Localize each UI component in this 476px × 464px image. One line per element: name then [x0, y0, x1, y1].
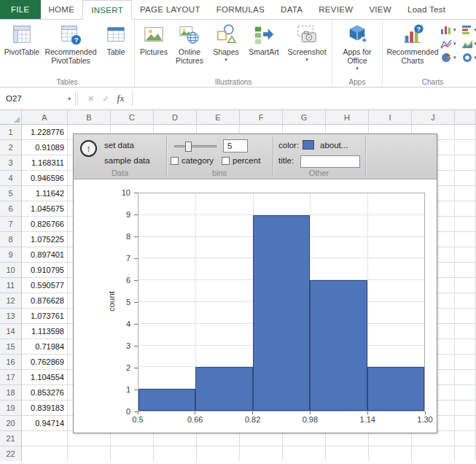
row-header-18[interactable]: 18 — [0, 385, 22, 401]
row-header-12[interactable]: 12 — [0, 293, 22, 309]
row-header-2[interactable]: 2 — [0, 140, 22, 155]
row-header-4[interactable]: 4 — [0, 171, 22, 186]
column-header-B[interactable]: B — [68, 110, 111, 124]
row-header-15[interactable]: 15 — [0, 339, 22, 355]
row-header-8[interactable]: 8 — [0, 232, 22, 247]
row-header-1[interactable]: 1 — [0, 125, 22, 140]
column-header-E[interactable]: E — [197, 110, 240, 124]
column-chart-icon[interactable] — [440, 25, 452, 35]
cell-A17[interactable]: 1.104554 — [22, 370, 68, 385]
tab-load-test[interactable]: Load Test — [399, 0, 453, 19]
cell[interactable] — [240, 431, 283, 446]
screenshot-button[interactable]: Screenshot ▾ — [284, 21, 329, 64]
sample-data-button[interactable]: sample data — [104, 156, 150, 165]
cell[interactable] — [283, 431, 326, 446]
row-header-5[interactable]: 5 — [0, 186, 22, 201]
color-swatch[interactable] — [303, 140, 314, 150]
cell[interactable] — [369, 446, 412, 461]
bins-slider[interactable] — [174, 145, 216, 147]
cell-A9[interactable]: 0.897401 — [22, 247, 68, 263]
cell-A20[interactable]: 0.94714 — [22, 416, 68, 431]
shapes-button[interactable]: Shapes ▾ — [208, 21, 243, 64]
cell[interactable] — [197, 431, 240, 446]
select-all-corner[interactable] — [0, 110, 22, 124]
row-header-16[interactable]: 16 — [0, 355, 22, 370]
row-header-10[interactable]: 10 — [0, 263, 22, 278]
cell[interactable] — [68, 431, 111, 446]
cell[interactable] — [68, 446, 111, 461]
insert-function-icon[interactable]: fx — [117, 93, 124, 104]
cell-A22[interactable] — [22, 446, 68, 461]
cell-A5[interactable]: 1.11642 — [22, 186, 68, 201]
column-header-H[interactable]: H — [326, 110, 369, 124]
title-input[interactable] — [300, 155, 360, 168]
row-header-3[interactable]: 3 — [0, 155, 22, 171]
bar-chart-icon[interactable] — [461, 25, 473, 35]
cell-A21[interactable] — [22, 431, 68, 446]
tab-home[interactable]: HOME — [41, 0, 83, 19]
row-header-7[interactable]: 7 — [0, 217, 22, 232]
cell-A18[interactable]: 0.853276 — [22, 385, 68, 401]
column-header-C[interactable]: C — [111, 110, 154, 124]
cell[interactable] — [240, 446, 283, 461]
set-data-button[interactable]: set data — [104, 141, 134, 150]
cell-A10[interactable]: 0.910795 — [22, 263, 68, 278]
cell[interactable] — [412, 431, 455, 446]
cell[interactable] — [197, 446, 240, 461]
cell[interactable] — [283, 446, 326, 461]
tab-insert[interactable]: INSERT — [82, 0, 132, 20]
row-header-20[interactable]: 20 — [0, 416, 22, 431]
tab-page-layout[interactable]: PAGE LAYOUT — [132, 0, 208, 19]
recommended-charts-button[interactable]: ? Recommended Charts — [385, 21, 440, 66]
row-header-13[interactable]: 13 — [0, 309, 22, 324]
column-header-G[interactable]: G — [283, 110, 326, 124]
cell[interactable] — [111, 446, 154, 461]
bins-count-input[interactable]: 5 — [223, 139, 248, 152]
cell[interactable] — [326, 446, 369, 461]
cell-A15[interactable]: 0.71984 — [22, 339, 68, 355]
pictures-button[interactable]: Pictures — [137, 21, 171, 58]
cell-A1[interactable]: 1.228776 — [22, 125, 68, 140]
cell-A6[interactable]: 1.045675 — [22, 201, 68, 217]
area-chart-icon[interactable] — [461, 39, 473, 49]
cell[interactable] — [111, 431, 154, 446]
cell-A11[interactable]: 0.590577 — [22, 278, 68, 293]
cell-A7[interactable]: 0.826766 — [22, 217, 68, 232]
cell-A12[interactable]: 0.876628 — [22, 293, 68, 309]
cell-A16[interactable]: 0.762869 — [22, 355, 68, 370]
name-box-dropdown-icon[interactable]: ▾ — [68, 96, 75, 102]
about-link[interactable]: about... — [320, 141, 348, 150]
cell-A2[interactable]: 0.91089 — [22, 140, 68, 155]
bins-slider-thumb[interactable] — [185, 142, 192, 152]
name-box[interactable]: O27 ▾ — [0, 90, 76, 107]
online-pictures-button[interactable]: Online Pictures — [171, 21, 208, 66]
cell[interactable] — [154, 431, 197, 446]
smartart-button[interactable]: SmartArt — [243, 21, 284, 58]
cell-A3[interactable]: 1.168311 — [22, 155, 68, 171]
pie-chart-icon[interactable] — [440, 53, 452, 63]
donut-chart-icon[interactable] — [461, 53, 473, 63]
cell-A4[interactable]: 0.946596 — [22, 171, 68, 186]
row-header-11[interactable]: 11 — [0, 278, 22, 293]
cancel-icon[interactable]: ✕ — [87, 94, 94, 104]
pivottable-button[interactable]: PivotTable — [2, 21, 42, 58]
cell-A14[interactable]: 1.113598 — [22, 324, 68, 339]
column-header-I[interactable]: I — [369, 110, 412, 124]
percent-checkbox[interactable] — [222, 157, 230, 165]
tab-review[interactable]: REVIEW — [311, 0, 361, 19]
tab-view[interactable]: VIEW — [361, 0, 399, 19]
row-header-17[interactable]: 17 — [0, 370, 22, 385]
row-header-14[interactable]: 14 — [0, 324, 22, 339]
row-header-19[interactable]: 19 — [0, 401, 22, 416]
enter-icon[interactable]: ✓ — [102, 94, 109, 104]
category-checkbox[interactable] — [171, 157, 179, 165]
cell-A8[interactable]: 1.075225 — [22, 232, 68, 247]
column-header-A[interactable]: A — [22, 110, 68, 124]
cell[interactable] — [326, 431, 369, 446]
tab-data[interactable]: DATA — [273, 0, 311, 19]
formula-input[interactable] — [133, 90, 476, 107]
cell[interactable] — [412, 446, 455, 461]
row-header-21[interactable]: 21 — [0, 431, 22, 446]
apps-for-office-button[interactable]: Apps for Office ▾ — [335, 21, 380, 73]
cell-A19[interactable]: 0.839183 — [22, 401, 68, 416]
